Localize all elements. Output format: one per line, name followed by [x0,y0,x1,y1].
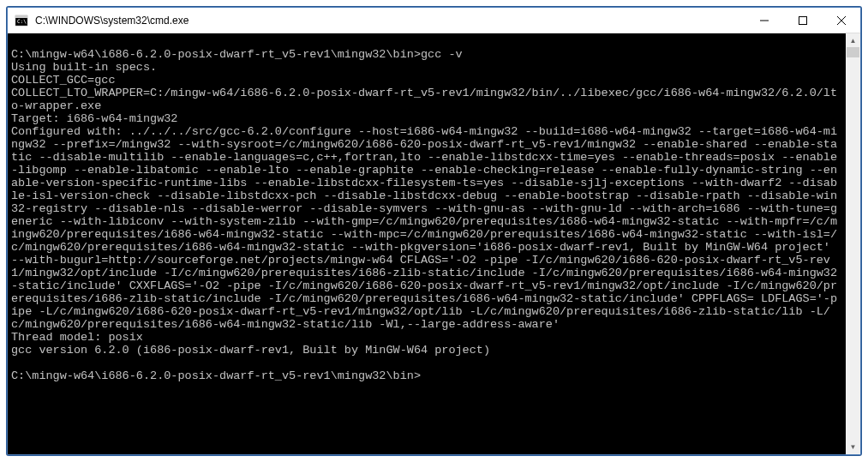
close-button[interactable] [822,8,860,33]
minimize-button[interactable] [745,8,783,33]
window-controls [745,8,860,33]
cmd-icon: C:\ [15,14,28,27]
titlebar[interactable]: C:\ C:\WINDOWS\system32\cmd.exe [8,8,860,33]
maximize-button[interactable] [783,8,822,33]
svg-text:C:\: C:\ [17,18,27,24]
scroll-up-arrow[interactable]: ▲ [846,33,860,48]
terminal-container: C:\mingw-w64\i686-6.2.0-posix-dwarf-rt_v… [8,33,860,454]
window-title: C:\WINDOWS\system32\cmd.exe [33,15,745,27]
terminal-output[interactable]: C:\mingw-w64\i686-6.2.0-posix-dwarf-rt_v… [8,33,846,454]
cmd-window: C:\ C:\WINDOWS\system32\cmd.exe C:\mingw… [7,7,861,455]
vertical-scrollbar[interactable]: ▲ ▼ [846,33,860,454]
scrollbar-thumb[interactable] [847,47,859,57]
scroll-down-arrow[interactable]: ▼ [846,440,860,454]
svg-rect-4 [799,16,806,24]
